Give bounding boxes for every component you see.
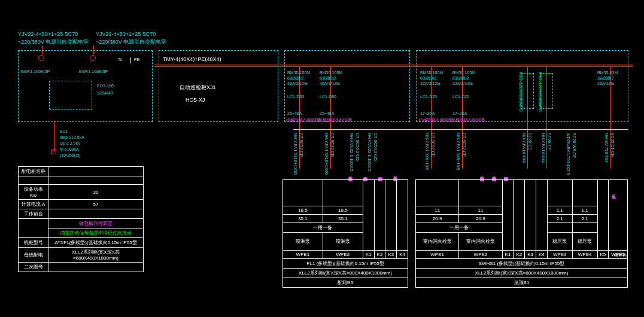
group1-box	[284, 50, 410, 122]
ctrl-cable-k1: NH-KVV22-1 10X2.5	[350, 133, 354, 172]
cable1-source: ~220/380V 电源引自变配电室	[18, 38, 89, 46]
busbar-label: TMY-4(40X4)+PE(40X4)	[163, 56, 221, 62]
n-label: N	[119, 57, 121, 62]
contactor-g1b: LC1-D80	[320, 95, 336, 99]
control-tie-line	[293, 129, 628, 130]
panel2-name: 屋顶B1	[416, 278, 628, 288]
spd-in: In ≥100kA	[60, 147, 78, 151]
cable1-spec: YJV22-4×50+1×25 SC70	[18, 31, 78, 37]
cable-g5b: NH-BV-750 4X4	[604, 133, 609, 163]
brk-g1a: BM30-100M	[287, 71, 310, 75]
cable-g1b: NH-YJV-1 3X10+1X10	[324, 133, 329, 175]
cable2-source: ~220/380V 电源引自变配电室	[96, 38, 166, 46]
ctrl-cable-k2: NH-KVV22-1 10X2.5	[367, 133, 372, 172]
spd-icon	[51, 150, 56, 154]
brk-g1b: BM30-100M	[320, 71, 342, 75]
pe-label: PE	[134, 57, 139, 62]
thermal-g1a: 25~40A	[287, 111, 302, 115]
cable2-spec: YJV22-4×50+1×25 SC70	[96, 31, 156, 37]
spd-name: BU1	[60, 129, 68, 133]
row-label: 配电柜名称	[19, 167, 48, 176]
thermal-g1b: 25~40A	[320, 111, 334, 115]
cable-g2b: NH-YJV-1 3X6+1X6	[456, 133, 460, 170]
contactor-g2a: LC1-D25	[420, 95, 437, 99]
thermal-g2a: 17~25A	[420, 111, 435, 115]
ats-model: BO3-160	[97, 84, 114, 88]
ats-box	[49, 81, 92, 109]
cable-g1a: NH-YJV-1 3X10+1X10	[293, 133, 297, 175]
lamp-icon	[38, 55, 44, 61]
spd-iimp: Iimp ≥12.5kA	[60, 135, 84, 139]
kbo2-label: KBO-12C/M6/06MFG	[538, 72, 542, 112]
cable-g2a: NH-YJV-1 3X6+1X6	[425, 133, 429, 170]
thermal-note-g1a: 机械联锁不能同闸	[286, 117, 320, 123]
spd-wave: (10/350Us)	[60, 153, 81, 157]
spd-up: Up ≤ 2.5kV	[60, 141, 81, 145]
auto-inspect-title: 自动巡检柜XJ1	[180, 84, 216, 92]
auto-inspect-model: HCS-XJ	[186, 97, 205, 103]
cable-g5a: WDZN-BYJ-750 4X2.5	[566, 133, 570, 175]
config-title: 微电脑压控装置	[48, 219, 144, 228]
brk-g2a: BM30-100M	[420, 71, 443, 75]
contactor-g1a: LC1-D80	[287, 95, 304, 99]
thermal-g2b: 17~25A	[452, 111, 467, 115]
cable-kbo1: NH-YJV-1X 4X4	[522, 133, 526, 163]
breaker1-label: BGR1-160A/3P	[21, 69, 50, 74]
lamp-icon	[90, 55, 96, 61]
breaker2-label: BGR1-160A/3P	[79, 69, 108, 74]
summary-table: 配电柜名称 设备功率Kw30 计算电流 A57 工作前台 微电脑压控装置 消防联…	[18, 166, 144, 272]
load-table-1: 18.518.5 35.135.1 一用一备 喷淋泵喷淋泵 WPE1WPE2K1…	[282, 179, 408, 288]
wpe5-load: 电伴热	[614, 252, 627, 258]
cable-kbo2: NH-YJV-1X 4X4	[541, 133, 545, 163]
ats-rating: 125A/4R	[97, 91, 113, 95]
config-note: 消防联动信号电源不得经过此接点	[48, 228, 144, 238]
contactor-g2b: LC1-D25	[452, 95, 469, 99]
brk-g2b: BM30-100M	[452, 71, 475, 75]
brk-g5: BM30-63M	[597, 71, 618, 75]
thermal-note-g1b: 机械联锁不能同闸	[318, 117, 352, 123]
load-table-2: 11111.11.1 20.920.92.12.1 一用一备 室内消火栓泵室内消…	[415, 179, 628, 288]
kbo1-label: KBO-12C/M6/06MFG	[519, 72, 523, 112]
panel1-name: 配箱B3	[283, 278, 408, 288]
